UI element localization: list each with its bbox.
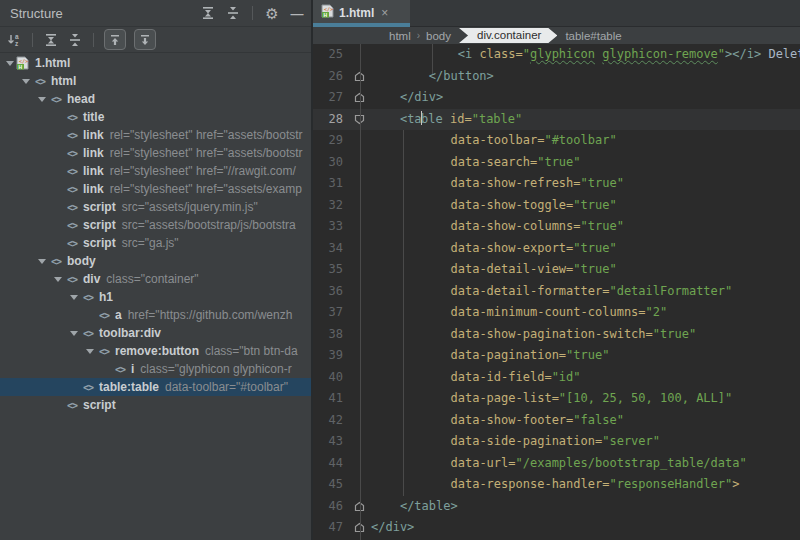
tree-item-script[interactable]: <>scriptsrc="assets/bootstrap/js/bootstr… [0, 216, 311, 234]
code-line-39[interactable]: 39 data-pagination="true" [313, 345, 800, 367]
code-line-28[interactable]: 28 <table id="table" [313, 109, 800, 131]
code-line-36[interactable]: 36 data-detail-formatter="detailFormatte… [313, 281, 800, 303]
line-number[interactable]: 36 [313, 281, 347, 303]
tree-item-remove-button[interactable]: <>remove:buttonclass="btn btn-da [0, 342, 311, 360]
breadcrumb-item-div-container[interactable]: div.container [459, 28, 557, 43]
code-line-32[interactable]: 32 data-show-toggle="true" [313, 195, 800, 217]
code-line-26[interactable]: 26 </button> [313, 66, 800, 88]
line-number[interactable]: 35 [313, 259, 347, 281]
line-number[interactable]: 28 [313, 109, 347, 131]
tree-item-table-table[interactable]: <>table:tabledata-toolbar="#toolbar" [0, 378, 311, 396]
line-number[interactable]: 44 [313, 453, 347, 475]
tree-item-div[interactable]: <>divclass="container" [0, 270, 311, 288]
code-line-34[interactable]: 34 data-show-export="true" [313, 238, 800, 260]
line-number[interactable]: 43 [313, 431, 347, 453]
code-text[interactable]: data-id-field="id" [371, 367, 800, 389]
tree-item-1-html[interactable]: </>H1.html [0, 54, 311, 72]
tree-item-link[interactable]: <>linkrel="stylesheet" href="//rawgit.co… [0, 162, 311, 180]
code-text[interactable]: data-toolbar="#toolbar" [371, 130, 800, 152]
expand-all-icon[interactable] [200, 5, 216, 21]
line-number[interactable]: 32 [313, 195, 347, 217]
fold-end-icon[interactable] [347, 496, 371, 518]
expand-all-icon[interactable] [43, 32, 59, 48]
code-line-37[interactable]: 37 data-minimum-count-columns="2" [313, 302, 800, 324]
line-number[interactable]: 47 [313, 517, 347, 539]
fold-end-icon[interactable] [347, 517, 371, 539]
code-text[interactable]: data-show-pagination-switch="true" [371, 324, 800, 346]
line-number[interactable]: 26 [313, 66, 347, 88]
tree-item-head[interactable]: <>head [0, 90, 311, 108]
code-line-45[interactable]: 45 data-response-handler="responseHandle… [313, 474, 800, 496]
code-line-27[interactable]: 27 </div> [313, 87, 800, 109]
tree-item-i[interactable]: <>iclass="glyphicon glyphicon-r [0, 360, 311, 378]
code-editor[interactable]: 25 <i class="glyphicon glyphicon-remove"… [313, 44, 800, 540]
line-number[interactable]: 29 [313, 130, 347, 152]
code-line-29[interactable]: 29 data-toolbar="#toolbar" [313, 130, 800, 152]
code-line-33[interactable]: 33 data-show-columns="true" [313, 216, 800, 238]
expanded-triangle-icon[interactable] [52, 277, 64, 282]
tree-item-html[interactable]: <>html [0, 72, 311, 90]
tree-item-toolbar-div[interactable]: <>toolbar:div [0, 324, 311, 342]
expanded-triangle-icon[interactable] [84, 349, 96, 354]
code-text[interactable]: data-show-footer="false" [371, 410, 800, 432]
code-line-42[interactable]: 42 data-show-footer="false" [313, 410, 800, 432]
line-number[interactable]: 25 [313, 44, 347, 66]
code-text[interactable]: <table id="table" [371, 109, 800, 131]
code-text[interactable]: data-minimum-count-columns="2" [371, 302, 800, 324]
tree-item-title[interactable]: <>title [0, 108, 311, 126]
code-line-40[interactable]: 40 data-id-field="id" [313, 367, 800, 389]
tree-item-link[interactable]: <>linkrel="stylesheet" href="assets/boot… [0, 144, 311, 162]
code-line-35[interactable]: 35 data-detail-view="true" [313, 259, 800, 281]
code-text[interactable]: data-show-refresh="true" [371, 173, 800, 195]
tree-item-a[interactable]: <>ahref="https://github.com/wenzh [0, 306, 311, 324]
breadcrumb-item-table-table[interactable]: table#table [559, 30, 627, 42]
code-text[interactable]: data-search="true" [371, 152, 800, 174]
line-number[interactable]: 41 [313, 388, 347, 410]
tree-item-script[interactable]: <>script [0, 396, 311, 414]
tree-item-link[interactable]: <>linkrel="stylesheet" href="assets/boot… [0, 126, 311, 144]
line-number[interactable]: 37 [313, 302, 347, 324]
breadcrumb-item-body[interactable]: body [420, 30, 457, 42]
line-number[interactable]: 33 [313, 216, 347, 238]
settings-gear-icon[interactable]: ⚙ [264, 5, 280, 21]
line-number[interactable]: 30 [313, 152, 347, 174]
line-number[interactable]: 40 [313, 367, 347, 389]
line-number[interactable]: 34 [313, 238, 347, 260]
line-number[interactable]: 39 [313, 345, 347, 367]
line-number[interactable]: 31 [313, 173, 347, 195]
tree-item-body[interactable]: <>body [0, 252, 311, 270]
code-text[interactable]: data-response-handler="responseHandler"> [371, 474, 800, 496]
code-text[interactable]: data-side-pagination="server" [371, 431, 800, 453]
code-text[interactable]: <i class="glyphicon glyphicon-remove"></… [371, 44, 800, 66]
code-text[interactable]: </div> [371, 87, 800, 109]
line-number[interactable]: 45 [313, 474, 347, 496]
collapse-all-icon[interactable] [225, 5, 241, 21]
fold-start-icon[interactable] [347, 109, 371, 131]
code-line-31[interactable]: 31 data-show-refresh="true" [313, 173, 800, 195]
code-line-41[interactable]: 41 data-page-list="[10, 25, 50, 100, ALL… [313, 388, 800, 410]
autoscroll-from-source-toggle[interactable] [134, 29, 156, 50]
code-text[interactable]: data-url="/examples/bootstrap_table/data… [371, 453, 800, 475]
line-number[interactable]: 42 [313, 410, 347, 432]
collapse-all-icon[interactable] [67, 32, 83, 48]
code-line-44[interactable]: 44 data-url="/examples/bootstrap_table/d… [313, 453, 800, 475]
code-line-30[interactable]: 30 data-search="true" [313, 152, 800, 174]
code-line-38[interactable]: 38 data-show-pagination-switch="true" [313, 324, 800, 346]
code-text[interactable]: data-pagination="true" [371, 345, 800, 367]
code-text[interactable]: data-detail-formatter="detailFormatter" [371, 281, 800, 303]
code-line-43[interactable]: 43 data-side-pagination="server" [313, 431, 800, 453]
hide-panel-icon[interactable]: — [289, 5, 305, 21]
code-text[interactable]: data-show-columns="true" [371, 216, 800, 238]
tree-item-script[interactable]: <>scriptsrc="assets/jquery.min.js" [0, 198, 311, 216]
sort-alphabetically-icon[interactable]: az [6, 32, 22, 48]
code-text[interactable]: </button> [371, 66, 800, 88]
code-text[interactable]: data-show-toggle="true" [371, 195, 800, 217]
expanded-triangle-icon[interactable] [36, 259, 48, 264]
expanded-triangle-icon[interactable] [68, 295, 80, 300]
code-text[interactable]: data-page-list="[10, 25, 50, 100, ALL]" [371, 388, 800, 410]
expanded-triangle-icon[interactable] [20, 79, 32, 84]
tree-item-h1[interactable]: <>h1 [0, 288, 311, 306]
line-number[interactable]: 27 [313, 87, 347, 109]
fold-end-icon[interactable] [347, 66, 371, 88]
line-number[interactable]: 38 [313, 324, 347, 346]
